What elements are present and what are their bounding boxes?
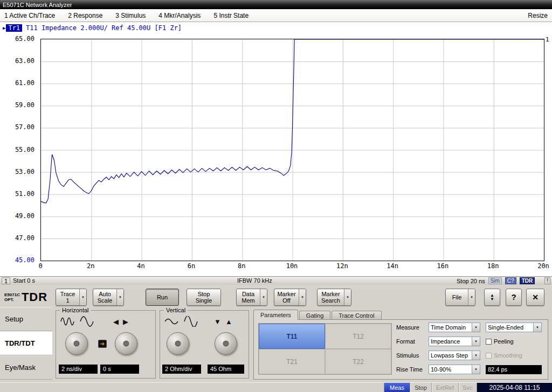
- close-icon: ✕: [532, 294, 539, 300]
- sidebar-item-eye-mask[interactable]: Eye/Mask: [0, 355, 52, 380]
- peeling-label: Peeling: [494, 338, 514, 345]
- sidebar-item-tdr-tdt[interactable]: TDR/TDT: [0, 331, 52, 355]
- stop-single-button[interactable]: StopSingle: [187, 289, 221, 306]
- y-axis-tick-label: 53.00: [0, 168, 34, 176]
- trace-select-button[interactable]: Trace1 ▼: [56, 289, 87, 306]
- x-axis-tick-label: 10n: [286, 262, 298, 270]
- tab-gating[interactable]: Gating: [299, 311, 330, 320]
- menu-resize[interactable]: Resize: [528, 12, 548, 19]
- parameters-tab-content: T11 T12 T21 T22 Measure Time Domain ▼ Si…: [253, 319, 548, 380]
- logo-name: TDR: [22, 290, 47, 304]
- help-button[interactable]: ?: [506, 289, 522, 306]
- dropdown-arrow-icon[interactable]: ▼: [472, 351, 480, 360]
- extref-status-badge: ExtRef: [431, 383, 458, 392]
- logo-opt: OPT.: [4, 297, 14, 302]
- y-axis-tick-label: 49.00: [0, 212, 34, 220]
- instrument-screen: ▶ Tr1 T11 Impedance 2.000U/ Ref 45.00U […: [0, 22, 552, 276]
- dropdown-arrow-icon[interactable]: ▼: [533, 323, 541, 332]
- dropdown-arrow-icon[interactable]: ▼: [344, 289, 351, 305]
- dropdown-arrow-icon[interactable]: ▼: [79, 289, 86, 305]
- impedance-trace-chart: [41, 39, 544, 261]
- rise-time-readout: 82.4 ps: [486, 365, 542, 374]
- warning-badge: !: [544, 277, 550, 284]
- dropdown-arrow-icon[interactable]: ▼: [472, 365, 480, 374]
- data-mem-button[interactable]: DataMem ▼: [236, 289, 267, 306]
- position-left-button[interactable]: ◀: [113, 318, 119, 326]
- matrix-cell-t21[interactable]: T21: [259, 349, 325, 374]
- stimulus-dropdown[interactable]: Lowpass Step ▼: [429, 351, 480, 360]
- y-axis-tick-label: 57.00: [0, 123, 34, 131]
- smoothing-checkbox-row: Smoothing: [486, 352, 522, 359]
- peeling-checkbox[interactable]: [486, 339, 492, 345]
- rise-time-dropdown[interactable]: 10-90% ▼: [429, 365, 480, 374]
- measure-dropdown[interactable]: Time Domain ▼: [429, 323, 480, 332]
- horizontal-scale-knob[interactable]: [65, 332, 88, 355]
- x-axis-labels: 02n4n6n8n10n12n14n16n18n20n: [40, 262, 544, 271]
- format-dropdown[interactable]: Impedance ▼: [429, 337, 480, 346]
- sweep-stop-label: Stop 20 ns: [457, 278, 485, 284]
- x-axis-tick-label: 12n: [336, 262, 348, 270]
- time-scale-compress-icon: [60, 316, 74, 327]
- marker-off-button[interactable]: MarkerOff ▼: [274, 289, 306, 306]
- up-down-arrows-icon: ▲▼: [490, 293, 494, 301]
- sweep-start-label: Start 0 s: [13, 277, 35, 284]
- dropdown-arrow-icon[interactable]: ▼: [472, 323, 480, 332]
- run-button[interactable]: Run: [146, 289, 179, 306]
- system-status-bar: Meas Stop ExtRef Svc 2025-04-08 11:15: [0, 382, 552, 392]
- file-button[interactable]: File ▼: [445, 289, 475, 306]
- y-axis-tick-label: 59.00: [0, 101, 34, 109]
- menu-instr-state[interactable]: 5 Instr State: [213, 12, 249, 19]
- smoothing-checkbox[interactable]: [486, 353, 492, 359]
- menu-active-ch-trace[interactable]: 1 Active Ch/Trace: [4, 12, 55, 19]
- close-app-button[interactable]: ✕: [526, 289, 544, 306]
- tab-trace-control[interactable]: Trace Control: [332, 311, 381, 320]
- matrix-cell-t11[interactable]: T11: [259, 324, 325, 349]
- y-axis-tick-label: 61.00: [0, 79, 34, 87]
- matrix-cell-t12[interactable]: T12: [325, 324, 391, 349]
- meas-status-badge: Meas: [384, 383, 410, 392]
- menu-mkr-analysis[interactable]: 4 Mkr/Analysis: [158, 12, 201, 19]
- x-axis-tick-label: 6n: [188, 262, 195, 270]
- sidebar-item-setup[interactable]: Setup: [0, 307, 52, 331]
- position-right-button[interactable]: ▶: [123, 318, 128, 326]
- y-axis-tick-label: 63.00: [0, 57, 34, 65]
- menu-response[interactable]: 2 Response: [68, 12, 102, 19]
- menu-stimulus[interactable]: 3 Stimulus: [115, 12, 146, 19]
- window-title: E5071C Network Analyzer: [3, 2, 72, 8]
- x-axis-tick-label: 4n: [137, 262, 144, 270]
- peeling-checkbox-row: Peeling: [486, 338, 514, 345]
- instrument-status-bar: 1 Start 0 s IFBW 70 kHz Stop 20 ns Sim C…: [0, 276, 552, 285]
- trace-number-marker: 1: [546, 36, 549, 43]
- parameters-tab-bar: Parameters Gating Trace Control: [253, 310, 383, 320]
- sweep-state-badge: Stop: [410, 383, 431, 392]
- matrix-cell-t22[interactable]: T22: [325, 349, 391, 374]
- dropdown-arrow-icon[interactable]: ▼: [472, 337, 480, 346]
- tdr-application-panel: E5071C OPT. TDR Trace1 ▼ AutoScale ▼ Run…: [0, 285, 552, 382]
- vertical-group-label: Vertical: [164, 307, 188, 313]
- datetime-display: 2025-04-08 11:15: [477, 383, 552, 392]
- marker-search-button[interactable]: MarkerSearch ▼: [317, 289, 351, 306]
- y-axis-tick-label: 47.00: [0, 234, 34, 242]
- dropdown-arrow-icon[interactable]: ▼: [299, 289, 306, 305]
- vertical-scale-knob[interactable]: [167, 332, 189, 355]
- x-axis-tick-label: 2n: [87, 262, 94, 270]
- sparameter-matrix: T11 T12 T21 T22: [258, 323, 392, 375]
- tab-parameters[interactable]: Parameters: [253, 310, 298, 320]
- trace-description: T11 Impedance 2.000U/ Ref 45.00U [F1 Zr]: [26, 24, 182, 32]
- reference-up-button[interactable]: ▲: [225, 318, 232, 326]
- active-channel-indicator: 1: [2, 277, 10, 284]
- dropdown-arrow-icon[interactable]: ▼: [260, 289, 267, 305]
- vertical-scale-readout: 2 Ohm/div: [162, 365, 201, 374]
- dropdown-arrow-icon[interactable]: ▼: [468, 289, 475, 305]
- horizontal-position-knob[interactable]: [115, 332, 137, 355]
- trace-name-chip[interactable]: Tr1: [6, 24, 22, 32]
- panel-expand-collapse-button[interactable]: ▲▼: [484, 289, 500, 306]
- reference-down-button[interactable]: ▼: [214, 318, 221, 326]
- horizontal-position-readout: 0 s: [100, 365, 139, 374]
- tdr-mode-badge: TDR: [520, 277, 535, 284]
- vertical-reference-knob[interactable]: [215, 332, 237, 355]
- dropdown-arrow-icon[interactable]: ▼: [116, 289, 123, 305]
- y-axis-tick-label: 51.00: [0, 190, 34, 198]
- topology-dropdown[interactable]: Single-Ended ▼: [486, 323, 542, 332]
- auto-scale-button[interactable]: AutoScale ▼: [93, 289, 124, 306]
